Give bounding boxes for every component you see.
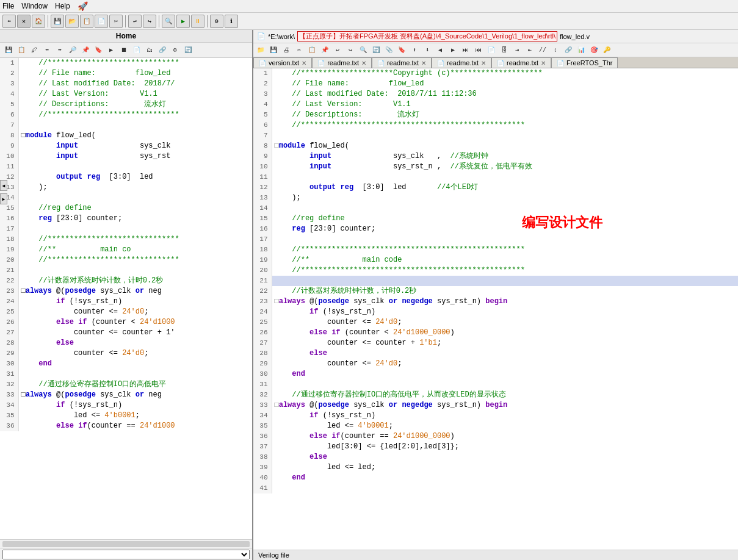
lt-btn-15[interactable]: 🔄 xyxy=(182,44,194,56)
code-content[interactable]: // Last modified Date: 2018/7/ xyxy=(18,79,252,89)
code-content[interactable]: //通过移位寄存器控制IO口的高低电平，从而改变LED的显示状态 xyxy=(272,390,738,400)
code-content[interactable]: input sys_rst_n , //系统复位，低电平有效 xyxy=(272,162,738,172)
rt-outdent[interactable]: ⇤ xyxy=(524,44,536,56)
code-content[interactable]: else if(counter == 24'd1000 xyxy=(18,421,252,431)
code-content[interactable] xyxy=(18,120,252,131)
code-content[interactable]: //****************************** xyxy=(18,58,252,68)
code-content[interactable]: // Last modified Date: 2018/7/11 11:12:3… xyxy=(272,89,738,99)
rt-17[interactable]: 📊 xyxy=(575,44,587,56)
code-content[interactable]: reg [23:0] counter; xyxy=(272,224,738,234)
rt-undo[interactable]: ↩ xyxy=(331,44,344,56)
code-content[interactable]: led <= led; xyxy=(272,462,738,473)
code-content[interactable] xyxy=(18,224,252,234)
code-content[interactable]: // Descriptions: 流水灯 xyxy=(272,110,738,120)
rt-replace[interactable]: 🔄 xyxy=(370,44,382,56)
lt-btn-3[interactable]: 🖊 xyxy=(28,44,40,56)
code-content[interactable]: □always @(posedge sys_clk or negedge sys… xyxy=(272,400,738,411)
code-content[interactable] xyxy=(272,379,738,390)
lt-btn-8[interactable]: 🔖 xyxy=(92,44,104,56)
code-content[interactable]: reg [23:0] counter; xyxy=(18,214,252,224)
tab-close-btn[interactable]: ✕ xyxy=(541,60,546,66)
lt-btn-5[interactable]: ➡ xyxy=(54,44,66,56)
code-content[interactable]: input sys_clk , //系统时钟 xyxy=(272,151,738,162)
code-content[interactable]: // Last Version: V1.1 xyxy=(272,99,738,110)
toolbar-btn-3[interactable]: 📋 xyxy=(80,15,93,28)
code-content[interactable]: // Last Version: V1.1 xyxy=(18,89,252,99)
code-content[interactable]: //** main code xyxy=(272,255,738,265)
code-content[interactable]: □module flow_led( xyxy=(18,131,252,141)
code-content[interactable]: // File name: flow_led xyxy=(18,68,252,79)
rt-uncomment[interactable]: ↕ xyxy=(549,44,562,56)
rt-8[interactable]: ⬇ xyxy=(421,44,433,56)
code-content[interactable]: ); xyxy=(18,182,252,193)
code-content[interactable]: counter <= 24'd0; xyxy=(272,359,738,369)
code-content[interactable]: //****************************** xyxy=(18,255,252,265)
code-content[interactable]: input sys_rst xyxy=(18,151,252,162)
code-content[interactable]: □always @(posedge sys_clk or neg xyxy=(18,390,252,400)
code-content[interactable] xyxy=(272,276,738,286)
rt-indent[interactable]: ⇥ xyxy=(511,44,523,56)
menu-help[interactable]: Help xyxy=(55,2,70,10)
tab-2[interactable]: 📄readme.txt✕ xyxy=(372,57,432,68)
code-content[interactable]: //** main co xyxy=(18,245,252,255)
code-content[interactable]: else xyxy=(272,348,738,359)
left-select[interactable] xyxy=(2,550,250,559)
lt-btn-13[interactable]: 🔗 xyxy=(156,44,168,56)
toolbar-btn-info[interactable]: ℹ xyxy=(225,15,238,28)
code-content[interactable]: //**************************************… xyxy=(272,120,738,131)
code-content[interactable] xyxy=(272,131,738,141)
rt-7[interactable]: ⬆ xyxy=(408,44,421,56)
code-content[interactable]: //reg define xyxy=(272,214,738,224)
code-content[interactable]: if (!sys_rst_n) xyxy=(18,400,252,411)
right-code-scroll[interactable]: 1 //*********************Copyright (c)**… xyxy=(253,68,738,550)
left-side-arrow-2[interactable]: ▶ xyxy=(0,193,7,204)
code-content[interactable] xyxy=(272,172,738,182)
lt-btn-1[interactable]: 💾 xyxy=(2,44,15,56)
code-content[interactable]: input sys_clk xyxy=(18,141,252,151)
toolbar-btn-undo[interactable]: ↩ xyxy=(128,15,142,28)
rt-6[interactable]: 🔖 xyxy=(396,44,408,56)
code-content[interactable]: //reg define xyxy=(18,203,252,214)
rt-12[interactable]: ⏮ xyxy=(472,44,485,56)
code-content[interactable] xyxy=(18,265,252,276)
menu-window[interactable]: Window xyxy=(21,2,48,10)
code-content[interactable]: end xyxy=(272,369,738,379)
code-content[interactable]: end xyxy=(18,359,252,369)
left-side-arrow-1[interactable]: ◀ xyxy=(0,180,7,191)
code-content[interactable]: led[3:0] <= {led[2:0],led[3]}; xyxy=(272,442,738,452)
code-content[interactable] xyxy=(18,162,252,172)
lt-btn-10[interactable]: ⏹ xyxy=(118,44,130,56)
code-content[interactable]: // Descriptions: 流水灯 xyxy=(18,99,252,110)
tab-close-btn[interactable]: ✕ xyxy=(481,60,486,66)
rt-19[interactable]: 🔑 xyxy=(601,44,613,56)
rt-5[interactable]: 📎 xyxy=(383,44,395,56)
toolbar-btn-2[interactable]: ✕ xyxy=(17,15,31,28)
lt-btn-4[interactable]: ⬅ xyxy=(41,44,53,56)
rt-11[interactable]: ⏭ xyxy=(460,44,472,56)
tab-close-btn[interactable]: ✕ xyxy=(302,60,306,66)
rt-comment[interactable]: // xyxy=(537,44,549,56)
code-content[interactable]: else if (counter < 24'd1000 xyxy=(18,317,252,328)
toolbar-btn-home[interactable]: 🏠 xyxy=(32,15,45,28)
code-content[interactable]: led <= 4'b0001; xyxy=(272,421,738,431)
code-content[interactable]: output reg [3:0] led xyxy=(18,172,252,182)
lt-btn-9[interactable]: ▶ xyxy=(105,44,117,56)
rt-print[interactable]: 🖨 xyxy=(280,44,292,56)
code-content[interactable] xyxy=(272,234,738,245)
toolbar-btn-5[interactable]: ✂ xyxy=(109,15,123,28)
code-content[interactable]: led <= 4'b0001; xyxy=(18,411,252,421)
code-content[interactable] xyxy=(18,369,252,379)
code-content[interactable]: //通过移位寄存器控制IO口的高低电平 xyxy=(18,379,252,390)
code-content[interactable]: if (!sys_rst_n) xyxy=(272,307,738,317)
code-content[interactable]: else if (counter < 24'd1000_0000) xyxy=(272,328,738,338)
toolbar-btn-4[interactable]: 📄 xyxy=(95,15,108,28)
tab-3[interactable]: 📄readme.txt✕ xyxy=(432,57,491,68)
rt-14[interactable]: 🗄 xyxy=(498,44,510,56)
code-content[interactable]: //*********************Copyright (c)****… xyxy=(272,68,738,79)
toolbar-btn-stop[interactable]: ⏸ xyxy=(191,15,204,28)
toolbar-btn-search[interactable]: 🔍 xyxy=(162,15,175,28)
rt-redo[interactable]: ↪ xyxy=(344,44,356,56)
code-content[interactable]: else if(counter == 24'd1000_0000) xyxy=(272,431,738,442)
rt-13[interactable]: 📄 xyxy=(485,44,497,56)
lt-btn-7[interactable]: 📌 xyxy=(79,44,92,56)
